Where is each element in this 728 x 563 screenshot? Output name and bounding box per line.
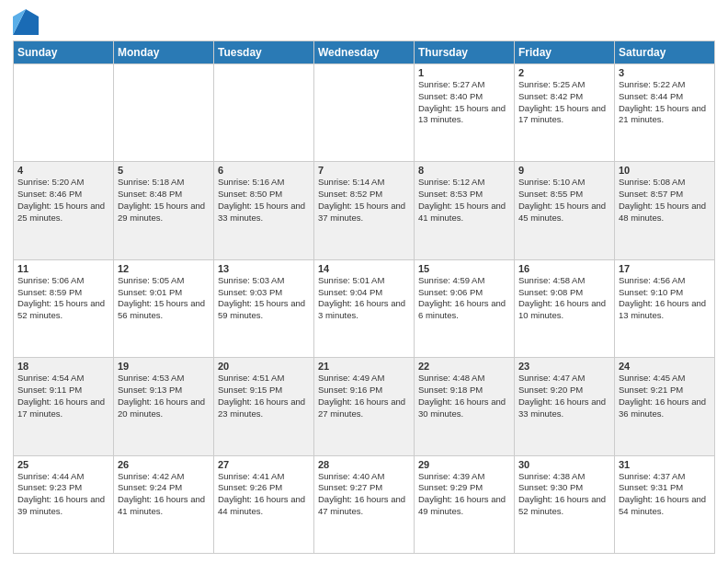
day-number: 15 bbox=[418, 263, 510, 274]
day-info: Sunrise: 5:14 AM Sunset: 8:52 PM Dayligh… bbox=[318, 177, 410, 224]
day-info: Sunrise: 4:56 AM Sunset: 9:10 PM Dayligh… bbox=[619, 275, 711, 322]
day-number: 25 bbox=[17, 459, 109, 470]
day-number: 9 bbox=[518, 165, 610, 176]
day-number: 6 bbox=[218, 165, 310, 176]
day-number: 20 bbox=[218, 361, 310, 372]
day-info: Sunrise: 4:40 AM Sunset: 9:27 PM Dayligh… bbox=[318, 471, 410, 518]
day-info: Sunrise: 5:25 AM Sunset: 8:42 PM Dayligh… bbox=[518, 79, 610, 126]
day-info: Sunrise: 4:45 AM Sunset: 9:21 PM Dayligh… bbox=[619, 373, 711, 419]
calendar-week-4: 18Sunrise: 4:54 AM Sunset: 9:11 PM Dayli… bbox=[14, 358, 715, 455]
calendar-cell: 30Sunrise: 4:38 AM Sunset: 9:30 PM Dayli… bbox=[515, 455, 615, 553]
calendar-header-tuesday: Tuesday bbox=[214, 41, 314, 64]
calendar-cell: 16Sunrise: 4:58 AM Sunset: 9:08 PM Dayli… bbox=[515, 259, 615, 357]
day-number: 1 bbox=[418, 67, 510, 78]
calendar-cell bbox=[214, 64, 314, 162]
day-number: 11 bbox=[17, 263, 109, 274]
day-info: Sunrise: 4:48 AM Sunset: 9:18 PM Dayligh… bbox=[418, 373, 510, 419]
day-info: Sunrise: 4:38 AM Sunset: 9:30 PM Dayligh… bbox=[518, 471, 610, 518]
calendar-cell: 21Sunrise: 4:49 AM Sunset: 9:16 PM Dayli… bbox=[314, 358, 415, 455]
day-info: Sunrise: 5:10 AM Sunset: 8:55 PM Dayligh… bbox=[518, 177, 610, 224]
day-info: Sunrise: 4:44 AM Sunset: 9:23 PM Dayligh… bbox=[17, 471, 109, 518]
calendar-cell: 24Sunrise: 4:45 AM Sunset: 9:21 PM Dayli… bbox=[615, 358, 715, 455]
day-info: Sunrise: 5:08 AM Sunset: 8:57 PM Dayligh… bbox=[619, 177, 711, 224]
day-number: 14 bbox=[318, 263, 410, 274]
day-info: Sunrise: 4:58 AM Sunset: 9:08 PM Dayligh… bbox=[518, 275, 610, 322]
day-info: Sunrise: 4:51 AM Sunset: 9:15 PM Dayligh… bbox=[218, 373, 310, 419]
calendar-week-2: 4Sunrise: 5:20 AM Sunset: 8:46 PM Daylig… bbox=[14, 162, 715, 259]
calendar-cell: 8Sunrise: 5:12 AM Sunset: 8:53 PM Daylig… bbox=[415, 162, 515, 259]
day-number: 26 bbox=[118, 459, 210, 470]
day-number: 19 bbox=[118, 361, 210, 372]
calendar-cell: 25Sunrise: 4:44 AM Sunset: 9:23 PM Dayli… bbox=[14, 455, 114, 553]
header bbox=[13, 9, 715, 35]
day-info: Sunrise: 5:03 AM Sunset: 9:03 PM Dayligh… bbox=[218, 275, 310, 322]
day-info: Sunrise: 4:53 AM Sunset: 9:13 PM Dayligh… bbox=[118, 373, 210, 419]
day-number: 3 bbox=[619, 67, 711, 78]
calendar-header-row: SundayMondayTuesdayWednesdayThursdayFrid… bbox=[14, 41, 715, 64]
calendar-cell: 26Sunrise: 4:42 AM Sunset: 9:24 PM Dayli… bbox=[114, 455, 214, 553]
day-info: Sunrise: 5:01 AM Sunset: 9:04 PM Dayligh… bbox=[318, 275, 410, 322]
calendar-cell: 4Sunrise: 5:20 AM Sunset: 8:46 PM Daylig… bbox=[14, 162, 114, 259]
calendar-cell: 31Sunrise: 4:37 AM Sunset: 9:31 PM Dayli… bbox=[615, 455, 715, 553]
calendar-cell: 14Sunrise: 5:01 AM Sunset: 9:04 PM Dayli… bbox=[314, 259, 415, 357]
calendar-cell bbox=[314, 64, 415, 162]
day-number: 24 bbox=[619, 361, 711, 372]
day-info: Sunrise: 5:22 AM Sunset: 8:44 PM Dayligh… bbox=[619, 79, 711, 126]
calendar-cell: 7Sunrise: 5:14 AM Sunset: 8:52 PM Daylig… bbox=[314, 162, 415, 259]
day-info: Sunrise: 5:20 AM Sunset: 8:46 PM Dayligh… bbox=[17, 177, 109, 224]
calendar-header-friday: Friday bbox=[515, 41, 615, 64]
calendar-cell bbox=[14, 64, 114, 162]
calendar-cell: 27Sunrise: 4:41 AM Sunset: 9:26 PM Dayli… bbox=[214, 455, 314, 553]
day-number: 23 bbox=[518, 361, 610, 372]
day-info: Sunrise: 4:59 AM Sunset: 9:06 PM Dayligh… bbox=[418, 275, 510, 322]
day-info: Sunrise: 4:37 AM Sunset: 9:31 PM Dayligh… bbox=[619, 471, 711, 518]
day-number: 16 bbox=[518, 263, 610, 274]
calendar-cell: 20Sunrise: 4:51 AM Sunset: 9:15 PM Dayli… bbox=[214, 358, 314, 455]
day-number: 8 bbox=[418, 165, 510, 176]
day-info: Sunrise: 4:39 AM Sunset: 9:29 PM Dayligh… bbox=[418, 471, 510, 518]
calendar-cell: 15Sunrise: 4:59 AM Sunset: 9:06 PM Dayli… bbox=[415, 259, 515, 357]
day-number: 30 bbox=[518, 459, 610, 470]
day-number: 2 bbox=[518, 67, 610, 78]
day-number: 5 bbox=[118, 165, 210, 176]
calendar-cell: 13Sunrise: 5:03 AM Sunset: 9:03 PM Dayli… bbox=[214, 259, 314, 357]
day-info: Sunrise: 5:16 AM Sunset: 8:50 PM Dayligh… bbox=[218, 177, 310, 224]
calendar-cell: 11Sunrise: 5:06 AM Sunset: 8:59 PM Dayli… bbox=[14, 259, 114, 357]
day-info: Sunrise: 4:41 AM Sunset: 9:26 PM Dayligh… bbox=[218, 471, 310, 518]
calendar-header-thursday: Thursday bbox=[415, 41, 515, 64]
calendar-cell: 17Sunrise: 4:56 AM Sunset: 9:10 PM Dayli… bbox=[615, 259, 715, 357]
calendar-cell: 9Sunrise: 5:10 AM Sunset: 8:55 PM Daylig… bbox=[515, 162, 615, 259]
page: SundayMondayTuesdayWednesdayThursdayFrid… bbox=[0, 0, 728, 563]
day-number: 22 bbox=[418, 361, 510, 372]
calendar-cell: 23Sunrise: 4:47 AM Sunset: 9:20 PM Dayli… bbox=[515, 358, 615, 455]
calendar-cell: 3Sunrise: 5:22 AM Sunset: 8:44 PM Daylig… bbox=[615, 64, 715, 162]
calendar-week-3: 11Sunrise: 5:06 AM Sunset: 8:59 PM Dayli… bbox=[14, 259, 715, 357]
day-info: Sunrise: 4:42 AM Sunset: 9:24 PM Dayligh… bbox=[118, 471, 210, 518]
calendar-header-monday: Monday bbox=[114, 41, 214, 64]
calendar-cell bbox=[114, 64, 214, 162]
day-number: 21 bbox=[318, 361, 410, 372]
day-info: Sunrise: 4:47 AM Sunset: 9:20 PM Dayligh… bbox=[518, 373, 610, 419]
day-info: Sunrise: 5:05 AM Sunset: 9:01 PM Dayligh… bbox=[118, 275, 210, 322]
day-number: 12 bbox=[118, 263, 210, 274]
calendar-cell: 19Sunrise: 4:53 AM Sunset: 9:13 PM Dayli… bbox=[114, 358, 214, 455]
calendar-cell: 22Sunrise: 4:48 AM Sunset: 9:18 PM Dayli… bbox=[415, 358, 515, 455]
calendar-header-sunday: Sunday bbox=[14, 41, 114, 64]
calendar-week-1: 1Sunrise: 5:27 AM Sunset: 8:40 PM Daylig… bbox=[14, 64, 715, 162]
calendar-cell: 2Sunrise: 5:25 AM Sunset: 8:42 PM Daylig… bbox=[515, 64, 615, 162]
day-number: 4 bbox=[17, 165, 109, 176]
calendar-cell: 12Sunrise: 5:05 AM Sunset: 9:01 PM Dayli… bbox=[114, 259, 214, 357]
day-info: Sunrise: 5:18 AM Sunset: 8:48 PM Dayligh… bbox=[118, 177, 210, 224]
calendar-table: SundayMondayTuesdayWednesdayThursdayFrid… bbox=[13, 40, 715, 554]
day-info: Sunrise: 5:06 AM Sunset: 8:59 PM Dayligh… bbox=[17, 275, 109, 322]
logo bbox=[13, 9, 42, 35]
day-number: 28 bbox=[318, 459, 410, 470]
calendar-cell: 1Sunrise: 5:27 AM Sunset: 8:40 PM Daylig… bbox=[415, 64, 515, 162]
calendar-cell: 28Sunrise: 4:40 AM Sunset: 9:27 PM Dayli… bbox=[314, 455, 415, 553]
calendar-cell: 5Sunrise: 5:18 AM Sunset: 8:48 PM Daylig… bbox=[114, 162, 214, 259]
logo-icon bbox=[13, 9, 39, 35]
calendar-week-5: 25Sunrise: 4:44 AM Sunset: 9:23 PM Dayli… bbox=[14, 455, 715, 553]
day-info: Sunrise: 4:54 AM Sunset: 9:11 PM Dayligh… bbox=[17, 373, 109, 419]
day-number: 10 bbox=[619, 165, 711, 176]
calendar-cell: 29Sunrise: 4:39 AM Sunset: 9:29 PM Dayli… bbox=[415, 455, 515, 553]
